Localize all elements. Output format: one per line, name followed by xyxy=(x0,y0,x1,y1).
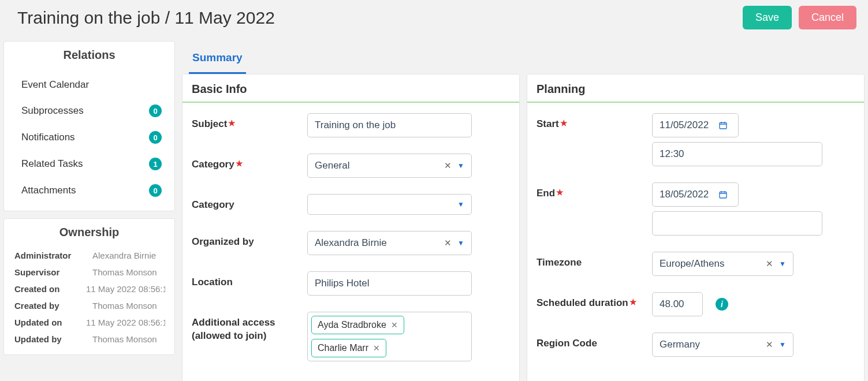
svg-rect-0 xyxy=(720,122,727,129)
chevron-down-icon[interactable]: ▼ xyxy=(457,162,464,170)
ownership-value: 11 May 2022 08:56:16 xyxy=(86,318,165,327)
ownership-value: Alexandra Birnie xyxy=(92,251,156,260)
save-button[interactable]: Save xyxy=(743,6,792,29)
relation-label: Subprocesses xyxy=(21,105,84,117)
region-select[interactable]: Germany ✕ ▼ xyxy=(652,333,794,357)
duration-input[interactable] xyxy=(652,292,703,316)
ownership-row: Created by Thomas Monson xyxy=(14,297,165,314)
ownership-label: Created by xyxy=(14,301,92,311)
end-time-input[interactable] xyxy=(652,211,822,236)
chevron-down-icon[interactable]: ▼ xyxy=(779,341,786,349)
required-star-icon: ★ xyxy=(629,297,637,307)
access-tag[interactable]: Ayda Stradbroke ✕ xyxy=(311,316,404,334)
clear-icon[interactable]: ✕ xyxy=(766,259,773,269)
timezone-select[interactable]: Europe/Athens ✕ ▼ xyxy=(652,252,794,276)
tag-label: Ayda Stradbroke xyxy=(318,320,386,330)
start-label: Start★ xyxy=(537,113,652,131)
ownership-value: Thomas Monson xyxy=(92,334,157,344)
access-tag[interactable]: Charlie Marr ✕ xyxy=(311,339,386,357)
ownership-label: Created on xyxy=(14,284,86,294)
relation-notifications[interactable]: Notifications 0 xyxy=(4,124,174,151)
clear-icon[interactable]: ✕ xyxy=(766,339,773,350)
basic-info-title: Basic Info xyxy=(182,74,519,103)
select-value: Alexandra Birnie xyxy=(315,237,387,249)
end-date-input[interactable] xyxy=(652,182,739,207)
required-star-icon: ★ xyxy=(228,118,236,128)
start-time-input[interactable] xyxy=(652,142,822,166)
ownership-row: Supervisor Thomas Monson xyxy=(14,264,165,281)
ownership-title: Ownership xyxy=(4,219,174,247)
additional-access-tags[interactable]: Ayda Stradbroke ✕ Charlie Marr ✕ xyxy=(307,312,472,361)
location-label: Location xyxy=(192,271,307,289)
organized-by-select[interactable]: Alexandra Birnie ✕ ▼ xyxy=(307,231,472,255)
category-select[interactable]: General ✕ ▼ xyxy=(307,154,472,178)
ownership-label: Updated on xyxy=(14,318,86,327)
end-date-field[interactable] xyxy=(653,183,716,206)
count-badge: 0 xyxy=(149,184,162,197)
ownership-row: Created on 11 May 2022 08:56:13 xyxy=(14,281,165,297)
count-badge: 0 xyxy=(149,104,162,117)
clear-icon[interactable]: ✕ xyxy=(444,238,452,248)
remove-tag-icon[interactable]: ✕ xyxy=(373,343,380,353)
ownership-row: Updated by Thomas Monson xyxy=(14,331,165,348)
region-label: Region Code xyxy=(537,333,652,350)
calendar-icon[interactable] xyxy=(716,190,733,199)
required-star-icon: ★ xyxy=(236,159,243,168)
relation-label: Related Tasks xyxy=(21,158,83,170)
category-label: Category★ xyxy=(192,154,307,171)
calendar-icon[interactable] xyxy=(716,121,733,130)
location-input[interactable] xyxy=(307,271,472,296)
relations-title: Relations xyxy=(4,42,174,70)
svg-rect-1 xyxy=(720,192,727,198)
chevron-down-icon[interactable]: ▼ xyxy=(779,260,786,268)
basic-info-card: Basic Info Subject★ Category★ xyxy=(182,74,520,381)
relation-attachments[interactable]: Attachments 0 xyxy=(4,177,174,204)
info-icon[interactable]: i xyxy=(716,298,728,311)
additional-access-label: Additional access (allowed to join) xyxy=(192,312,307,343)
start-date-input[interactable] xyxy=(652,113,739,137)
relation-event-calendar[interactable]: Event Calendar xyxy=(4,72,174,98)
organized-by-label: Organized by xyxy=(192,231,307,249)
ownership-value: Thomas Monson xyxy=(92,267,157,277)
ownership-label: Administrator xyxy=(14,251,92,260)
timezone-label: Timezone xyxy=(537,252,652,270)
relation-subprocesses[interactable]: Subprocesses 0 xyxy=(4,98,174,124)
select-value: Europe/Athens xyxy=(660,258,724,270)
ownership-panel: Ownership Administrator Alexandra Birnie… xyxy=(3,218,175,355)
relation-label: Attachments xyxy=(21,185,76,196)
ownership-row: Updated on 11 May 2022 08:56:16 xyxy=(14,314,165,331)
planning-title: Planning xyxy=(527,74,864,103)
tag-label: Charlie Marr xyxy=(318,343,368,353)
relation-label: Event Calendar xyxy=(21,79,89,91)
required-star-icon: ★ xyxy=(556,188,564,197)
relation-related-tasks[interactable]: Related Tasks 1 xyxy=(4,151,174,177)
select-value: Germany xyxy=(660,339,700,350)
clear-icon[interactable]: ✕ xyxy=(444,160,452,171)
relation-label: Notifications xyxy=(21,132,75,143)
count-badge: 1 xyxy=(149,158,162,170)
end-label: End★ xyxy=(537,182,652,200)
subject-input[interactable] xyxy=(307,113,472,137)
ownership-label: Updated by xyxy=(14,334,92,344)
required-star-icon: ★ xyxy=(560,118,568,128)
cancel-button[interactable]: Cancel xyxy=(799,6,856,29)
ownership-value: Thomas Monson xyxy=(92,301,157,311)
chevron-down-icon[interactable]: ▼ xyxy=(457,239,464,247)
select-value: General xyxy=(315,160,349,171)
category2-label: Category xyxy=(192,194,307,212)
ownership-row: Administrator Alexandra Birnie xyxy=(14,247,165,264)
start-date-field[interactable] xyxy=(653,114,716,137)
duration-label: Scheduled duration★ xyxy=(537,292,652,310)
subject-label: Subject★ xyxy=(192,113,307,131)
page-title: Training on the job / 11 May 2022 xyxy=(17,8,736,28)
category2-select[interactable]: ▼ xyxy=(307,194,472,215)
remove-tag-icon[interactable]: ✕ xyxy=(391,320,398,330)
count-badge: 0 xyxy=(149,131,162,144)
ownership-value: 11 May 2022 08:56:13 xyxy=(86,284,165,294)
relations-panel: Relations Event Calendar Subprocesses 0 … xyxy=(3,41,175,211)
ownership-label: Supervisor xyxy=(14,267,92,277)
planning-card: Planning Start★ xyxy=(527,74,865,381)
tab-summary[interactable]: Summary xyxy=(189,46,246,74)
chevron-down-icon[interactable]: ▼ xyxy=(457,200,464,208)
